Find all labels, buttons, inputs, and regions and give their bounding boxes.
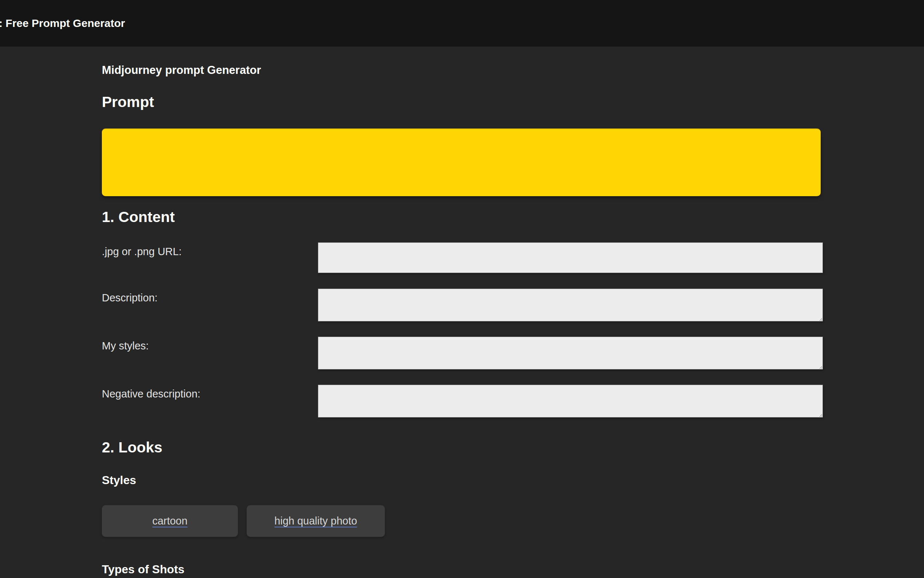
- description-textarea[interactable]: [318, 289, 823, 321]
- style-button-high-quality-photo-label: high quality photo: [274, 515, 357, 527]
- form-row-negative-description: Negative description:: [102, 385, 823, 417]
- app-title: Midjourney prompt Generator: [102, 64, 261, 76]
- negative-description-textarea[interactable]: [318, 385, 823, 417]
- style-button-cartoon-label: cartoon: [152, 515, 188, 527]
- prompt-output[interactable]: [102, 128, 821, 196]
- prompt-heading: Prompt: [102, 94, 154, 110]
- style-button-high-quality-photo[interactable]: high quality photo: [247, 505, 385, 537]
- form-row-image-url: .jpg or .png URL:: [102, 242, 823, 273]
- my-styles-textarea[interactable]: [318, 337, 823, 369]
- section-heading-looks: 2. Looks: [102, 439, 162, 456]
- image-url-input[interactable]: [318, 242, 823, 273]
- negative-description-label: Negative description:: [102, 385, 318, 400]
- image-url-label: .jpg or .png URL:: [102, 242, 318, 258]
- form-row-my-styles: My styles:: [102, 337, 823, 369]
- style-button-cartoon[interactable]: cartoon: [102, 505, 238, 537]
- my-styles-label: My styles:: [102, 337, 318, 352]
- main-content: Midjourney prompt Generator Prompt 1. Co…: [102, 0, 823, 578]
- style-buttons-row: cartoon high quality photo: [102, 505, 385, 537]
- styles-subheading: Styles: [102, 474, 136, 487]
- description-label: Description:: [102, 289, 318, 304]
- form-row-description: Description:: [102, 289, 823, 321]
- section-heading-content: 1. Content: [102, 209, 175, 225]
- types-of-shots-subheading: Types of Shots: [102, 563, 184, 576]
